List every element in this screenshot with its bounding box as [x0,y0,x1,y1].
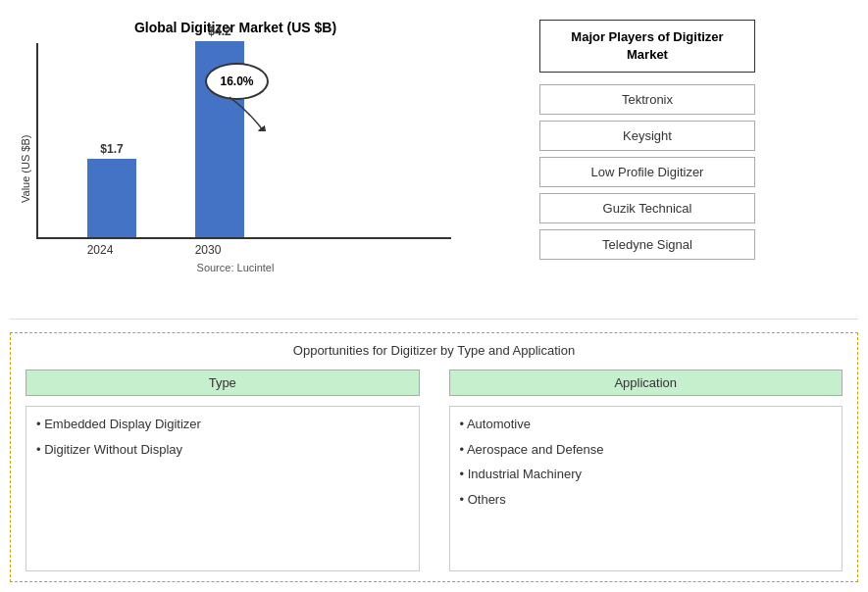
app-item-2: Aerospace and Defense [455,437,838,463]
x-axis-labels: 2024 2030 [36,243,451,257]
application-header: Application [449,370,843,396]
bottom-content: Type Embedded Display Digitizer Digitize… [26,370,842,571]
app-item-4: Others [455,487,838,513]
chart-content: $1.7 $4.2 16.0% [36,43,451,257]
player-teledyne: Teledyne Signal [539,229,755,260]
app-item-3: Industrial Machinery [455,462,838,487]
player-keysight: Keysight [539,121,755,151]
x-label-2030: 2030 [154,243,262,257]
cagr-value: 16.0% [220,74,253,88]
type-header: Type [26,370,420,396]
player-guzik: Guzik Technical [539,193,755,223]
bar-value-2030: $4.2 [208,25,230,38]
main-container: Global Digitizer Market (US $B) Value (U… [0,0,868,592]
player-tektronix: Tektronix [539,84,755,115]
bars-container: $1.7 $4.2 16.0% [36,43,451,239]
application-box: Application Automotive Aerospace and Def… [449,370,843,571]
app-item-1: Automotive [455,412,838,437]
players-panel: Major Players of DigitizerMarket Tektron… [461,10,834,314]
application-items: Automotive Aerospace and Defense Industr… [449,406,843,571]
bottom-section: Opportunities for Digitizer by Type and … [10,332,858,582]
chart-wrapper: Value (US $B) $1.7 $4.2 [20,43,451,257]
player-low-profile: Low Profile Digitizer [539,157,755,187]
y-axis-label: Value (US $B) [20,80,31,257]
players-title-text: Major Players of DigitizerMarket [571,29,723,62]
bar-value-2024: $1.7 [100,142,123,156]
top-section: Global Digitizer Market (US $B) Value (U… [10,10,858,314]
type-box: Type Embedded Display Digitizer Digitize… [26,370,420,571]
type-items: Embedded Display Digitizer Digitizer Wit… [26,406,420,571]
type-item-2: Digitizer Without Display [31,437,414,463]
bar-group-2024: $1.7 [87,142,136,237]
divider [10,319,858,320]
bottom-title: Opportunities for Digitizer by Type and … [26,343,842,358]
x-label-2024: 2024 [46,243,154,257]
players-title: Major Players of DigitizerMarket [539,20,755,73]
cagr-annotation: 16.0% [205,63,269,100]
source-text: Source: Lucintel [197,262,275,273]
chart-area: Global Digitizer Market (US $B) Value (U… [10,10,461,314]
bar-2024 [87,159,136,237]
type-item-1: Embedded Display Digitizer [31,412,414,437]
